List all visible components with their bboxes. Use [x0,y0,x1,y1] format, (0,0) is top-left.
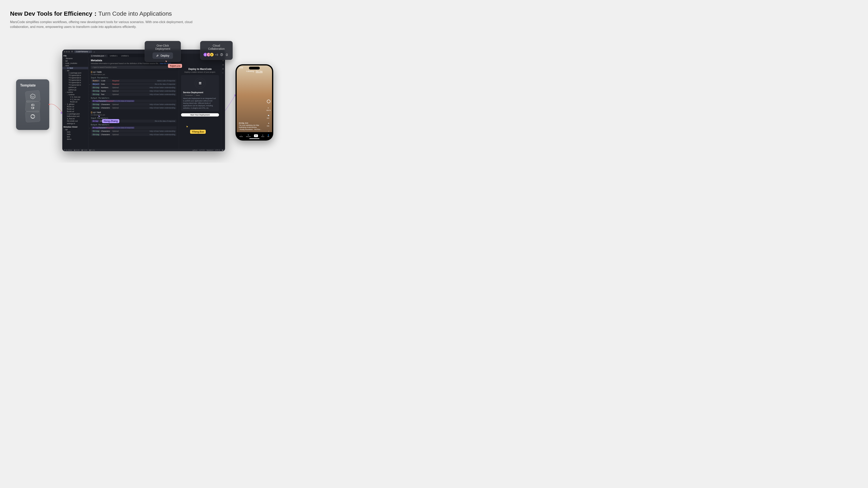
tree-row[interactable]: demo [62,138,88,140]
fullscreen-icon[interactable]: ▣ [222,149,223,151]
param-row[interactable]: NumberCodeRequiredstatus code of respons… [91,79,177,82]
hero: New Dev Tools for Efficiency：Turn Code i… [0,0,289,33]
tree-row[interactable]: settings.ts [62,122,88,125]
tree-row[interactable]: fhcish.xd [62,101,88,103]
tree-row[interactable]: ⌄runtime [62,91,88,93]
tab-following[interactable]: Following [246,70,254,73]
status-lang[interactable]: python [192,149,197,151]
param-row[interactable]: ·StringTestOptionalHelp AI/User better u… [91,93,177,96]
tree-row[interactable]: TS typescript.ts [62,79,88,82]
gutter-icon[interactable]: ✦ [222,60,224,62]
feed-tabs[interactable]: Following For You [237,70,272,73]
status-indent[interactable]: Spaces:2 [207,149,213,151]
tree-row[interactable]: V 3_Vue.vue [62,96,88,98]
bookmark-icon[interactable]: ⚑ [267,122,271,125]
help-icon[interactable] [220,53,223,56]
tree-row[interactable]: fhcish.xd [62,110,88,113]
deploy-button[interactable]: Deploy [153,53,173,59]
gutter-icon[interactable]: ≋ [222,64,224,66]
window-controls[interactable] [64,51,70,53]
gutter-icon[interactable]: ⊟ [222,68,224,70]
tree-row[interactable]: python.py [62,89,88,91]
param-row[interactable]: ·StringCharactersOptionalHelp AI/User be… [91,130,177,133]
tree-row[interactable]: TS typescript.ts [62,82,88,84]
heart-icon[interactable]: ♥ [267,106,270,110]
svg-point-8 [199,84,199,84]
tab-create[interactable]: ＋ [254,134,258,137]
tree-row[interactable]: ›api [62,60,88,62]
tree-row[interactable]: ⌄api [62,128,88,131]
metadata-subtext: Metadata information is generated based … [91,62,177,64]
caption-music: ♪ Roddy Roundicch · The Rou… [239,129,262,130]
tree-row[interactable]: README.md [62,120,88,122]
tree-row[interactable]: hello [62,133,88,135]
output-params-label: Output Parameters [91,97,177,99]
metadata-pane: Metadata Metadata information is generat… [88,57,179,137]
function-desc: no description yet [91,73,177,75]
param-row[interactable]: ⌄ObjectDataRequiredthis is the data of r… [91,83,177,86]
status-mem: ▦ 5.1% [82,149,87,151]
project-chip[interactable]: CodeFileName⌄ [74,51,92,53]
tree-row[interactable]: TS typescript.ts [62,76,88,79]
param-row[interactable]: ⌄ArrayCharactersRequiredthis is the data… [91,100,177,102]
tree-row[interactable]: fhcish.xd [62,105,88,108]
tab-inbox[interactable]: ✉Inbox [261,134,264,137]
tab-for-you[interactable]: For You [256,70,262,73]
tree-row[interactable]: ⌄runtime [62,93,88,96]
bell-icon[interactable] [225,53,228,56]
tree-row[interactable]: ›3_gitrepo [62,103,88,105]
collab-avatars[interactable]: z l b [204,53,214,57]
tree-row[interactable]: { } package.json [62,113,88,115]
tree-row[interactable]: hellomotion.xml [62,115,88,118]
caption-text: The most satisfying Job #fyp #satisfying… [239,124,259,128]
action-rail: ♥328.7K 💬578 ⚑578 ↗Share [267,100,271,135]
tree-row[interactable]: TS typescript.ts [62,84,88,86]
avatar-overflow[interactable]: +3 [215,53,218,56]
avatar-ring[interactable] [267,100,271,103]
tree-row[interactable]: fhcish.xd [62,108,88,110]
tree-row[interactable]: ›.filename [62,57,88,60]
caption-user[interactable]: @craig_love [239,122,248,124]
tree-row[interactable]: python.py [62,86,88,89]
param-row[interactable]: ⌄ArrayCharactersRequiredthis is the data… [91,126,177,129]
file-explorer[interactable]: File ›.filename›api›node_modules⌄Web<> h… [62,54,88,149]
status-encoding[interactable]: UTF-8 [215,149,220,151]
status-disk: ▦ 5.1% [89,149,95,151]
close-icon[interactable]: × [105,55,106,57]
tree-row[interactable]: ›node_modules [62,62,88,64]
param-row[interactable]: ·StringNumbersOptionalHelp AI/User bette… [91,86,177,89]
deploy-panel-title: Deploy to MarsCode [181,68,219,70]
param-row[interactable]: ·StringCharactersOptionalHelp AI/User be… [91,106,177,109]
svg-point-9 [157,55,158,56]
tree-row[interactable]: TS typescript.ts [62,74,88,76]
tree-row[interactable]: { } package.json [62,72,88,74]
tree-row[interactable]: <> html [62,67,88,69]
video-caption: @craig_love The most satisfying Job #fyp… [239,122,263,131]
param-row[interactable]: ·StringNameOptionalHelp AI/User better u… [91,90,177,92]
status-cursor: L17:C3 [199,149,205,151]
function-breadcrumb: {} api / test [91,111,177,113]
tree-row[interactable]: # 3_css.css [62,98,88,101]
param-row[interactable]: ·StringCharactersOptionalHelp AI/User be… [91,133,177,136]
editor-tab[interactable]: Untitled-1 [120,55,131,57]
gutter-icon[interactable]: ⌁ [222,72,224,74]
service-deployment-card: Service Deployment ⬚ Production⬚ Basic M… [181,75,219,111]
tab-home[interactable]: ⌂Home [240,135,243,137]
ide-main: {} metadata.json×Untitled-1Untitled-1 Me… [88,54,179,149]
tab-me[interactable]: 👤Me [268,134,269,137]
deploy-panel: Deploy to MarsCode Deploy a stable versi… [179,54,221,149]
param-row[interactable]: ·StringCharactersOptionalHelp AI/User be… [91,103,177,106]
tab-discover[interactable]: 🔍Discover [246,134,251,137]
search-ide-icon[interactable]: ⌕ [94,51,95,53]
phone-mockup: 9:41 Following For You ♥328.7K 💬578 ⚑578… [236,64,273,140]
tree-row[interactable]: ⌄api [62,69,88,72]
tree-row[interactable]: test [62,135,88,138]
tree-row[interactable]: 3_Text.txt [62,118,88,120]
comment-icon[interactable]: 💬 [267,114,271,118]
search-function-input[interactable]: ⌕ type to search function name [91,66,177,69]
tree-row[interactable]: todo [62,131,88,133]
editor-tab[interactable]: Untitled-1 [108,55,119,57]
start-deployment-button[interactable]: Start Your Deployment [181,113,219,117]
tree-row[interactable]: ⌄Web [62,64,88,67]
editor-tab[interactable]: {} metadata.json× [90,55,108,57]
